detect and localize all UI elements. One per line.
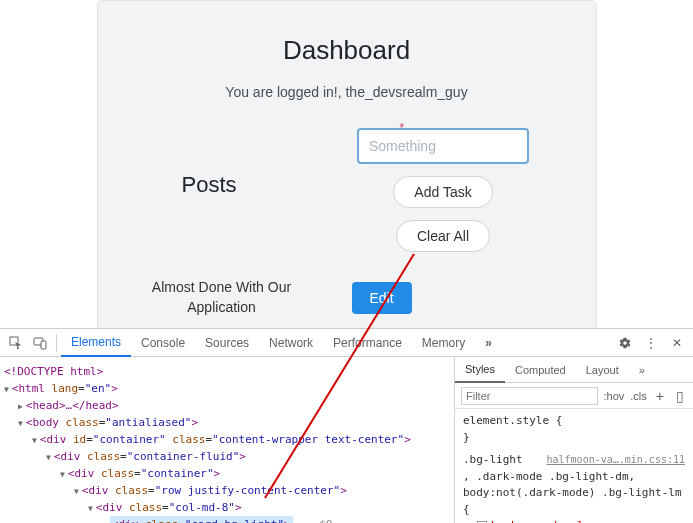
dom-doctype: <!DOCTYPE html> — [4, 365, 103, 378]
styles-panel: Styles Computed Layout » :hov .cls + ▯ e… — [455, 357, 693, 523]
logged-in-text: You are logged in!, the_devsrealm_guy — [122, 84, 572, 100]
gear-icon[interactable] — [613, 331, 637, 355]
controls-column: Add Task Clear All — [315, 128, 572, 252]
cls-toggle[interactable]: .cls — [630, 390, 647, 402]
dom-head[interactable]: <head>…</head> — [26, 399, 119, 412]
tab-memory[interactable]: Memory — [412, 329, 475, 357]
elements-tree[interactable]: <!DOCTYPE html> <html lang="en"> <head>…… — [0, 357, 455, 523]
rule-source-link[interactable]: halfmoon-va….min.css:11 — [547, 452, 685, 467]
tab-elements[interactable]: Elements — [61, 329, 131, 357]
dashboard-card: Dashboard You are logged in!, the_devsre… — [97, 0, 597, 342]
devtools-body: <!DOCTYPE html> <html lang="en"> <head>…… — [0, 357, 693, 523]
styles-rules[interactable]: element.style { } .bg-lighthalfmoon-va….… — [455, 409, 693, 523]
svg-rect-3 — [41, 341, 46, 349]
close-icon[interactable]: ✕ — [665, 331, 689, 355]
required-asterisk: * — [400, 121, 405, 135]
posts-column: Posts — [122, 128, 297, 252]
tabs-more[interactable]: » — [479, 336, 498, 350]
edit-button[interactable]: Edit — [352, 282, 412, 314]
post-text: Almost Done With Our Application — [122, 278, 322, 317]
clear-all-button[interactable]: Clear All — [396, 220, 490, 252]
inspect-icon[interactable] — [4, 331, 28, 355]
tab-styles[interactable]: Styles — [455, 357, 505, 383]
add-task-button[interactable]: Add Task — [393, 176, 492, 208]
styles-filter-input[interactable] — [461, 387, 598, 405]
tab-performance[interactable]: Performance — [323, 329, 412, 357]
selected-dom-node[interactable]: <div class="card bg-light"> — [110, 516, 293, 523]
rule-bg-light: .bg-light — [463, 453, 523, 466]
task-input[interactable] — [357, 128, 529, 164]
styles-menu-icon[interactable]: ▯ — [673, 388, 687, 404]
tab-computed[interactable]: Computed — [505, 357, 576, 383]
tab-console[interactable]: Console — [131, 329, 195, 357]
post-item: Almost Done With Our Application Edit — [122, 278, 572, 317]
posts-heading: Posts — [122, 172, 297, 198]
styles-tabbar: Styles Computed Layout » — [455, 357, 693, 383]
main-row: Posts Add Task Clear All — [122, 128, 572, 252]
tab-sources[interactable]: Sources — [195, 329, 259, 357]
hov-toggle[interactable]: :hov — [604, 390, 625, 402]
styles-filter-bar: :hov .cls + ▯ — [455, 383, 693, 409]
app-area: Dashboard You are logged in!, the_devsre… — [0, 0, 693, 328]
devtools-tabbar: Elements Console Sources Network Perform… — [0, 329, 693, 357]
styles-more[interactable]: » — [629, 357, 655, 383]
tab-layout[interactable]: Layout — [576, 357, 629, 383]
new-rule-button[interactable]: + — [653, 388, 667, 404]
page-title: Dashboard — [122, 35, 572, 66]
divider — [56, 334, 57, 352]
rule-element-style: element.style { — [463, 413, 685, 430]
tab-network[interactable]: Network — [259, 329, 323, 357]
kebab-icon[interactable]: ⋮ — [639, 331, 663, 355]
device-toggle-icon[interactable] — [28, 331, 52, 355]
devtools-panel: Elements Console Sources Network Perform… — [0, 328, 693, 523]
